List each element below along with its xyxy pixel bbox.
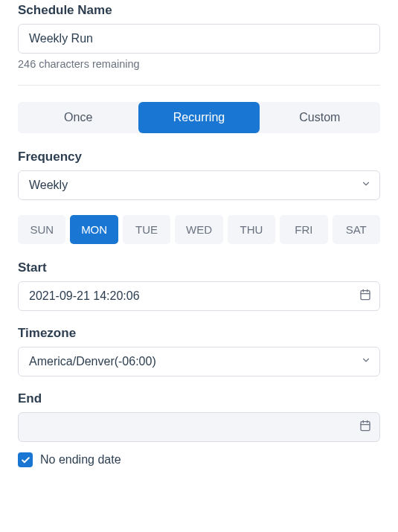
schedule-type-segmented: Once Recurring Custom: [18, 102, 380, 133]
schedule-type-custom[interactable]: Custom: [260, 102, 380, 133]
end-field: End No ending date: [18, 391, 380, 467]
end-label: End: [18, 391, 380, 406]
frequency-select[interactable]: Weekly: [18, 170, 380, 200]
start-label: Start: [18, 260, 380, 275]
divider: [18, 85, 380, 86]
schedule-name-input[interactable]: [18, 24, 380, 54]
day-wed[interactable]: WED: [175, 215, 222, 244]
timezone-select[interactable]: America/Denver(-06:00): [18, 347, 380, 376]
timezone-select-wrap: America/Denver(-06:00): [18, 347, 380, 376]
schedule-name-label: Schedule Name: [18, 3, 380, 18]
timezone-label: Timezone: [18, 326, 380, 341]
timezone-field: Timezone America/Denver(-06:00): [18, 326, 380, 376]
schedule-name-helper: 246 characters remaining: [18, 58, 380, 70]
day-sat[interactable]: SAT: [333, 215, 380, 244]
days-picker: SUN MON TUE WED THU FRI SAT: [18, 215, 380, 244]
start-field: Start: [18, 260, 380, 311]
start-input[interactable]: [18, 281, 380, 311]
frequency-label: Frequency: [18, 150, 380, 164]
schedule-name-field: Schedule Name 246 characters remaining: [18, 3, 380, 70]
end-input: [18, 412, 380, 442]
frequency-select-wrap: Weekly: [18, 170, 380, 200]
no-ending-checkbox[interactable]: [18, 452, 33, 467]
schedule-type-once[interactable]: Once: [18, 102, 138, 133]
day-sun[interactable]: SUN: [18, 215, 65, 244]
start-input-wrap: [18, 281, 380, 311]
day-mon[interactable]: MON: [70, 215, 118, 244]
check-icon: [21, 455, 31, 465]
schedule-type-recurring[interactable]: Recurring: [138, 102, 259, 133]
no-ending-row: No ending date: [18, 452, 380, 467]
day-thu[interactable]: THU: [228, 215, 275, 244]
day-tue[interactable]: TUE: [123, 215, 170, 244]
day-fri[interactable]: FRI: [280, 215, 327, 244]
frequency-field: Frequency Weekly: [18, 150, 380, 200]
end-input-wrap: [18, 412, 380, 442]
no-ending-label[interactable]: No ending date: [40, 453, 121, 467]
